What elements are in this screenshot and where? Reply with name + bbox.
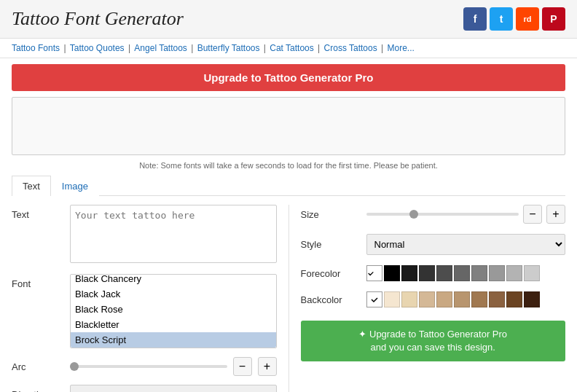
forecolor-swatch-black2[interactable] — [401, 265, 417, 281]
arc-row: Arc − + — [12, 357, 277, 376]
backcolor-row: Backcolor — [301, 291, 566, 307]
forecolor-swatch-mid1[interactable] — [454, 265, 470, 281]
font-option: Blackletter — [71, 317, 276, 332]
preview-note: Note: Some fonts will take a few seconds… — [12, 161, 565, 170]
preview-area — [12, 97, 565, 155]
arc-slider[interactable] — [70, 365, 227, 368]
style-select[interactable]: Normal Bold Italic Bold Italic — [366, 234, 566, 255]
upgrade-pro-line2: and you can save this design. — [371, 342, 495, 353]
backcolor-swatch-7[interactable] — [489, 291, 505, 307]
forecolor-row: Forecolor — [301, 265, 566, 281]
text-input[interactable] — [70, 205, 277, 263]
nav-butterfly-tattoos[interactable]: Butterfly Tattoos — [197, 43, 260, 53]
tab-text[interactable]: Text — [12, 176, 51, 196]
size-row: Size − + — [301, 205, 566, 224]
font-option: Black Chancery — [71, 275, 276, 286]
arc-decrease-button[interactable]: − — [233, 357, 252, 376]
arc-increase-button[interactable]: + — [258, 357, 277, 376]
arc-label: Arc — [12, 357, 70, 372]
nav-more[interactable]: More... — [388, 43, 415, 53]
forecolor-swatch-mid2[interactable] — [471, 265, 487, 281]
size-increase-button[interactable]: + — [546, 205, 565, 224]
font-option: Brock Script — [71, 332, 276, 348]
style-row: Style Normal Bold Italic Bold Italic — [301, 234, 566, 255]
backcolor-swatch-2[interactable] — [401, 291, 417, 307]
font-label: Font — [12, 274, 70, 289]
backcolor-swatch-4[interactable] — [436, 291, 452, 307]
forecolor-swatch-light3[interactable] — [524, 265, 540, 281]
nav-tattoo-fonts[interactable]: Tattoo Fonts — [12, 43, 60, 53]
size-decrease-button[interactable]: − — [523, 205, 542, 224]
nav-tattoo-quotes[interactable]: Tattoo Quotes — [70, 43, 125, 53]
direction-label: Direction — [12, 385, 70, 392]
upgrade-pro-line1: ✦ Upgrade to Tattoo Generator Pro — [358, 329, 507, 340]
upgrade-pro-button[interactable]: ✦ Upgrade to Tattoo Generator Pro and yo… — [301, 321, 566, 361]
pinterest-icon[interactable]: P — [542, 7, 565, 31]
backcolor-swatch-6[interactable] — [471, 291, 487, 307]
tabs: Text Image — [12, 176, 565, 196]
font-row: Font Bilbo Black Chancery Black Jack Bla… — [12, 274, 277, 348]
twitter-icon[interactable]: t — [490, 7, 513, 31]
forecolor-swatch-black1[interactable] — [384, 265, 400, 281]
direction-row: Direction Up Down Left Right — [12, 385, 277, 392]
backcolor-label: Backcolor — [301, 294, 366, 305]
upgrade-banner[interactable]: Upgrade to Tattoo Generator Pro — [12, 64, 565, 91]
backcolor-swatches — [366, 291, 540, 307]
font-option: Black Jack — [71, 286, 276, 302]
logo: Tattoo Font Generator — [12, 8, 184, 30]
backcolor-swatch-8[interactable] — [506, 291, 522, 307]
forecolor-swatch-light2[interactable] — [506, 265, 522, 281]
backcolor-swatch-3[interactable] — [419, 291, 435, 307]
backcolor-swatch-white[interactable] — [366, 291, 382, 307]
forecolor-label: Forecolor — [301, 268, 366, 279]
font-option: Black Rose — [71, 302, 276, 317]
forecolor-swatches — [366, 265, 540, 281]
style-label: Style — [301, 239, 366, 250]
backcolor-swatch-5[interactable] — [454, 291, 470, 307]
forecolor-swatch-white[interactable] — [366, 265, 382, 281]
nav-angel-tattoos[interactable]: Angel Tattoos — [134, 43, 187, 53]
size-label: Size — [301, 209, 366, 220]
text-row: Text — [12, 205, 277, 265]
text-label: Text — [12, 205, 70, 220]
tab-image[interactable]: Image — [51, 176, 99, 196]
forecolor-swatch-dark1[interactable] — [419, 265, 435, 281]
forecolor-swatch-light1[interactable] — [489, 265, 505, 281]
nav-cross-tattoos[interactable]: Cross Tattoos — [324, 43, 377, 53]
nav-bar: Tattoo Fonts | Tattoo Quotes | Angel Tat… — [0, 39, 577, 58]
font-select[interactable]: Bilbo Black Chancery Black Jack Black Ro… — [71, 275, 276, 348]
reddit-icon[interactable]: rd — [516, 7, 539, 31]
backcolor-swatch-1[interactable] — [384, 291, 400, 307]
direction-select[interactable]: Up Down Left Right — [70, 385, 277, 392]
forecolor-swatch-dark2[interactable] — [436, 265, 452, 281]
backcolor-swatch-9[interactable] — [524, 291, 540, 307]
facebook-icon[interactable]: f — [463, 7, 487, 31]
nav-cat-tattoos[interactable]: Cat Tattoos — [270, 43, 313, 53]
social-icons: f t rd P — [463, 7, 565, 31]
size-slider[interactable] — [366, 213, 519, 216]
